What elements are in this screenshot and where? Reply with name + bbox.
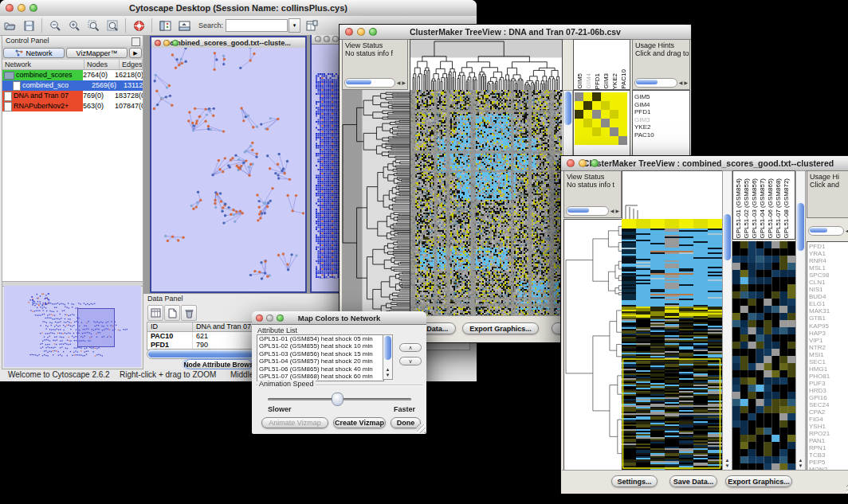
scrollbar-thumb[interactable] — [724, 214, 731, 260]
attribute-list-item[interactable]: GPL51-02 (GSM855) heat shock 10 min — [257, 342, 383, 350]
col-nodes[interactable]: Nodes — [84, 60, 120, 69]
gene-label[interactable]: PUF3 — [807, 380, 848, 387]
attribute-list-item[interactable]: GPL51-01 (GSM854) heat shock 05 min — [257, 335, 383, 342]
tv2-action-button[interactable]: Settings... — [611, 475, 658, 487]
column-label[interactable]: PAC10 — [620, 69, 629, 89]
column-label[interactable]: GIM3 — [603, 73, 611, 89]
scroll-left-icon[interactable]: ◀ — [610, 209, 614, 213]
move-down-button[interactable]: ∨ — [399, 357, 422, 365]
tab-vizmapper[interactable]: VizMapper™ — [66, 48, 128, 58]
gene-label[interactable]: YRA1 — [807, 250, 848, 257]
tv1-action-button[interactable]: Export Graphics... — [462, 322, 539, 334]
hscrollbar[interactable]: ◀ ▶ — [634, 78, 688, 88]
tab-network[interactable]: Network — [3, 48, 65, 58]
hscrollbar[interactable]: ◀ ▶ — [808, 226, 848, 236]
float-panel-icon[interactable] — [132, 37, 140, 46]
new-attribute-icon[interactable] — [164, 305, 180, 321]
tv2-zoom-heatmap[interactable] — [732, 241, 795, 471]
gene-label[interactable]: KAP95 — [807, 322, 848, 330]
column-label[interactable]: GPL51-06 (GSM865) — [767, 178, 775, 239]
dialog-titlebar[interactable]: Map Colors to Network — [252, 311, 426, 325]
scrollbar-track[interactable] — [566, 206, 609, 216]
gene-label[interactable]: MSI1 — [807, 351, 848, 358]
column-label[interactable]: GIM5 — [576, 73, 585, 89]
tv2-main-vscrollbar[interactable]: ▲ ▼ — [722, 170, 732, 471]
scrollbar-thumb[interactable] — [636, 80, 658, 84]
scrollbar-thumb[interactable] — [567, 208, 589, 213]
help-icon[interactable] — [131, 18, 147, 33]
minimize-button[interactable] — [357, 28, 365, 36]
gene-label[interactable]: PAC10 — [633, 131, 689, 139]
column-label[interactable]: GPL51-02 (GSM855) — [743, 178, 751, 239]
birdseye-viewport-rect[interactable] — [77, 308, 115, 347]
gene-label[interactable]: NIS1 — [807, 286, 848, 293]
tabs-overflow-button[interactable]: ▶ — [129, 48, 142, 58]
gene-label[interactable]: GIM4 — [633, 101, 689, 109]
resize-grip[interactable] — [417, 424, 426, 433]
cytopanel-west-icon[interactable] — [157, 18, 173, 33]
gene-label[interactable]: PAN1 — [807, 437, 848, 444]
gene-label[interactable]: CLN1 — [807, 279, 848, 286]
column-dendrogram[interactable] — [622, 170, 724, 221]
gene-label[interactable]: TCB3 — [807, 451, 848, 459]
network-row[interactable]: RNAPuberNov2+ 563(0) 107847(0) — [2, 101, 143, 111]
tv1-zoom-heatmap[interactable] — [575, 92, 629, 145]
zoom-button[interactable] — [332, 36, 339, 42]
zoom-button[interactable] — [369, 28, 377, 36]
close-button[interactable] — [256, 315, 263, 322]
scroll-left-icon[interactable]: ◀ — [679, 80, 683, 85]
zoom-fit-icon[interactable] — [104, 18, 120, 33]
slider-thumb[interactable] — [332, 393, 344, 406]
scroll-right-icon[interactable]: ▶ — [684, 80, 688, 85]
col-network[interactable]: Network — [2, 60, 84, 69]
zoom-button[interactable] — [277, 315, 284, 322]
hscrollbar[interactable]: ◀ ▶ — [344, 78, 406, 88]
close-button[interactable] — [345, 28, 353, 36]
attribute-list-scrollbar[interactable]: ▲ ▼ — [383, 334, 393, 380]
gene-label[interactable]: MAK31 — [807, 307, 848, 315]
gene-label[interactable]: SEC24 — [807, 401, 848, 408]
gene-label[interactable]: RNR4 — [807, 257, 848, 264]
gene-label[interactable]: RPN1 — [807, 444, 848, 451]
search-input[interactable] — [226, 19, 288, 32]
column-label[interactable]: PFD1 — [594, 73, 603, 89]
open-icon[interactable] — [2, 18, 18, 33]
network-row[interactable]: DNA and Tran 07 769(0) 183728(0) — [2, 91, 143, 101]
move-up-button[interactable]: ∧ — [399, 343, 422, 352]
zoom-in-icon[interactable] — [66, 18, 82, 33]
gene-label[interactable]: FIG4 — [807, 416, 848, 423]
scroll-down-icon[interactable]: ▼ — [723, 463, 732, 469]
scroll-up-icon[interactable]: ▲ — [796, 458, 805, 463]
scroll-down-icon[interactable]: ▼ — [383, 373, 392, 378]
zoom-out-icon[interactable] — [47, 18, 63, 33]
search-dropdown-button[interactable]: ▼ — [289, 18, 300, 33]
scroll-up-icon[interactable]: ▲ — [383, 367, 392, 373]
row-dendrogram[interactable] — [563, 219, 623, 472]
treeview1-titlebar[interactable]: ClusterMaker TreeView : DNA and Tran 07-… — [340, 25, 691, 40]
gene-label[interactable]: SEC1 — [807, 358, 848, 365]
scroll-left-icon[interactable]: ◀ — [397, 80, 401, 85]
gene-label[interactable]: RPO21 — [807, 430, 848, 437]
gene-label[interactable]: VIP1 — [807, 337, 848, 344]
gene-label[interactable]: PFD1 — [633, 108, 689, 116]
scrollbar-thumb[interactable] — [564, 92, 571, 125]
gene-label[interactable]: GIM5 — [633, 93, 689, 101]
gene-label[interactable]: GIM3 — [633, 116, 689, 124]
gene-label[interactable]: SPC98 — [807, 272, 848, 279]
tv1-heatmap[interactable] — [410, 90, 562, 316]
gene-label[interactable]: HMG1 — [807, 365, 848, 373]
gene-label[interactable]: BUD4 — [807, 293, 848, 300]
close-button[interactable] — [315, 36, 321, 42]
tv2-zoom-vscrollbar[interactable]: ▲ ▼ — [795, 170, 806, 471]
gene-label[interactable]: YKE2 — [633, 123, 689, 131]
network-view-canvas[interactable] — [151, 48, 305, 291]
row-dendrogram[interactable] — [342, 90, 410, 316]
gene-label[interactable]: ELG1 — [807, 300, 848, 307]
gene-label[interactable]: GPI16 — [807, 394, 848, 401]
gene-label[interactable]: PHO81 — [807, 373, 848, 380]
network-row[interactable]: combined_sco 2569(6) 13112(15) — [2, 80, 143, 91]
gene-label[interactable]: CPA2 — [807, 408, 848, 416]
hscrollbar[interactable]: ◀ ▶ — [566, 206, 619, 216]
scroll-right-icon[interactable]: ▶ — [402, 80, 406, 85]
zoom-button[interactable] — [591, 159, 599, 167]
